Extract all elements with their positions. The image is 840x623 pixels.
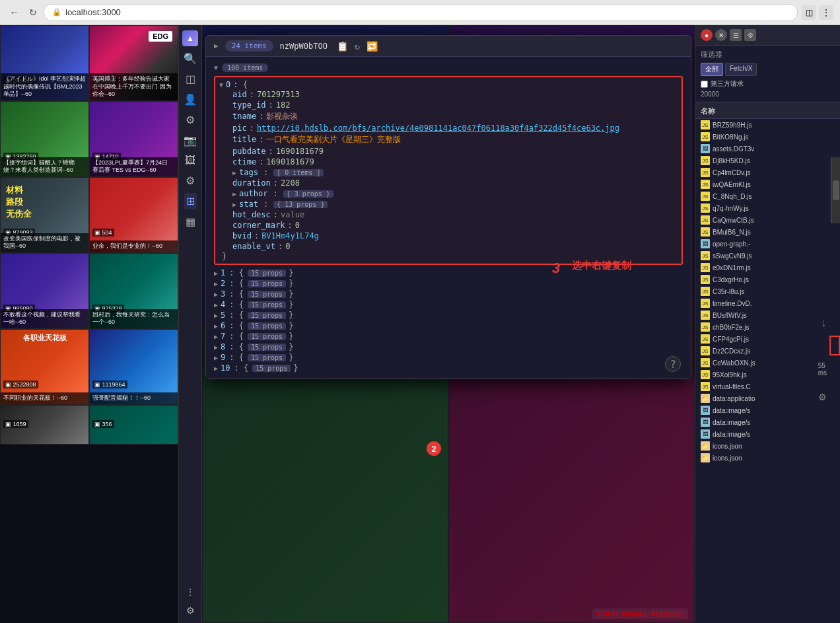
json-name: nzWpW0bTOO: [280, 42, 328, 51]
help-button[interactable]: ?: [665, 356, 681, 372]
list-item[interactable]: 🖼 assets.DGT3v: [695, 143, 840, 155]
elements-icon[interactable]: ◫: [184, 71, 197, 87]
list-item[interactable]: 🖼 open-graph.-: [695, 238, 840, 250]
list-item[interactable]: JS BitKO8Ng.js: [695, 131, 840, 143]
file-name: C_8Nqh_D.js: [713, 193, 752, 200]
user-icon[interactable]: 👤: [182, 91, 199, 108]
expand-tags[interactable]: ▶: [232, 169, 236, 176]
camera-icon[interactable]: 📷: [182, 132, 199, 149]
list-item[interactable]: 🖼 data:image/s: [695, 428, 840, 440]
json-toolbar: ▶ 24 items nzWpW0bTOO 📋 ↻ 🔁: [206, 36, 691, 57]
file-type-icon: JS: [701, 370, 710, 379]
list-item[interactable]: JS sSwgCvN9.js: [695, 250, 840, 262]
settings-r-btn[interactable]: ⚙: [744, 29, 756, 41]
extensions-btn[interactable]: ◫: [802, 5, 816, 20]
list-item[interactable]: ▣ 246459 《アイドル》Idol 李艺彤演绎超越时代的偶像传说【BML20…: [0, 25, 89, 101]
filter-all[interactable]: 全部: [701, 63, 723, 76]
file-name: BRZ59h9H.js: [713, 122, 752, 129]
list-item[interactable]: JS e0xDN1rm.js: [695, 262, 840, 274]
layers-icon[interactable]: ▦: [184, 213, 197, 230]
list-item[interactable]: ▣ 1659: [0, 405, 89, 445]
table-row[interactable]: ▶ 1 : { 15 props }: [214, 268, 683, 278]
list-item[interactable]: ▣ 1382750 【接字组词】猫醒人？蟑螂烧？来看人类创造新词--60: [0, 101, 89, 177]
list-item[interactable]: ▣ 14710 【2023LPL夏季赛】7月24日 赛后赛 TES vs EDG…: [89, 101, 178, 177]
file-type-icon: JS: [701, 299, 710, 308]
gear-bottom-icon[interactable]: ⚙: [818, 392, 827, 402]
collapse-arrow-0[interactable]: ▼: [219, 81, 223, 89]
third-party-checkbox[interactable]: [701, 81, 708, 88]
list-item[interactable]: 🖼 data:image/s: [695, 404, 840, 416]
list-item[interactable]: JS C35r-l8u.js: [695, 285, 840, 297]
list-item[interactable]: JS q7q-hnWy.js: [695, 202, 840, 214]
table-row[interactable]: ▶ 7 : { 15 props }: [214, 331, 683, 342]
list-item[interactable]: JS BUsflWtV.js: [695, 309, 840, 321]
list-item[interactable]: JS CeWabOXN.js: [695, 357, 840, 369]
list-item[interactable]: JS virtual-files.C: [695, 381, 840, 392]
image-icon[interactable]: 🖼: [183, 153, 197, 168]
expand-author[interactable]: ▶: [232, 190, 236, 198]
list-item[interactable]: ▣ 504 业余，我们是专业的！--60: [89, 177, 178, 253]
copy-icon[interactable]: 📋: [337, 41, 348, 52]
table-row[interactable]: ▶ 6 : { 15 props }: [214, 320, 683, 331]
list-item[interactable]: 📁 icons.json: [695, 452, 840, 464]
list-item[interactable]: JS BMulB6_N.js: [695, 226, 840, 238]
file-name: timeline.DvD.: [713, 300, 752, 307]
list-item[interactable]: JS 95Xol9hk.js: [695, 369, 840, 381]
address-bar[interactable]: 🔒 localhost:3000: [44, 4, 798, 21]
more-icon[interactable]: ⋮: [184, 585, 197, 599]
file-name: q7q-hnWy.js: [713, 205, 749, 212]
list-item[interactable]: 材料路段无伤全 ▣ 879093 改变美国医保制度的电影，被我国--60: [0, 177, 89, 253]
list-item[interactable]: ▣ 356: [89, 405, 178, 445]
file-name: BitKO8Ng.js: [713, 133, 748, 141]
file-type-icon: 📁: [701, 394, 710, 403]
back-button[interactable]: ←: [7, 7, 22, 18]
filter-fetch[interactable]: Fetch/X: [725, 63, 757, 76]
clear-btn[interactable]: ✕: [715, 29, 727, 41]
settings-icon[interactable]: ⚙: [184, 172, 197, 189]
list-item[interactable]: JS C_8Nqh_D.js: [695, 190, 840, 202]
table-row[interactable]: ▶ 4 : { 15 props }: [214, 299, 683, 310]
filter-btn[interactable]: ☰: [730, 29, 742, 41]
list-item[interactable]: JS iwQAEmKl.js: [695, 178, 840, 190]
table-row[interactable]: ▶ 8 : { 15 props }: [214, 342, 683, 352]
table-row[interactable]: ▶ 2 : { 15 props }: [214, 278, 683, 289]
inspect-icon[interactable]: 🔍: [182, 50, 199, 67]
list-item[interactable]: 🖼 data:image/s: [695, 416, 840, 428]
list-item[interactable]: JS timeline.DvD.: [695, 297, 840, 309]
menu-btn[interactable]: ⋮: [819, 5, 833, 20]
grid-icon[interactable]: ⊞: [184, 193, 197, 209]
file-name: BUsflWtV.js: [713, 312, 747, 319]
table-row[interactable]: ▶ 5 : { 15 props }: [214, 310, 683, 320]
table-row[interactable]: ▶ 3 : { 15 props }: [214, 289, 683, 299]
list-item[interactable]: EDG ▣ 3510 英国博主：多年经验告诫大家 在中国晚上千万不要出门 因为你…: [89, 25, 178, 101]
list-item[interactable]: JS Dz2CDcxz.js: [695, 345, 840, 357]
refresh-icon[interactable]: ↻: [355, 41, 360, 52]
collapse-arrow-100[interactable]: ▼: [214, 64, 218, 71]
list-item[interactable]: 各职业天花板 ▣ 2532808 不同职业的天花板！--60: [0, 329, 89, 405]
settings2-icon[interactable]: ⚙: [184, 603, 197, 618]
url-text: localhost:3000: [65, 7, 121, 17]
table-row[interactable]: ▶ 9 : { 15 props }: [214, 352, 683, 363]
network-icon[interactable]: ⚙: [184, 112, 197, 128]
list-item[interactable]: ▣ 975328 回村后，我每天研究：怎么当一个--60: [89, 253, 178, 329]
list-item[interactable]: 📁 icons.json: [695, 440, 840, 452]
file-type-icon: JS: [701, 311, 710, 320]
list-item[interactable]: JS BRZ59h9H.js: [695, 119, 840, 131]
list-item[interactable]: JS Dj8kH5KD.js: [695, 155, 840, 166]
record-btn[interactable]: ●: [701, 29, 713, 41]
file-type-icon: JS: [701, 322, 710, 332]
list-item[interactable]: ▣ 995080 不敢看这个视频，建议帮我看一哈--60: [0, 253, 89, 329]
file-type-icon: 🖼: [701, 406, 710, 415]
share-icon[interactable]: 🔁: [367, 41, 378, 52]
list-item[interactable]: JS Cp4lmCDv.js: [695, 166, 840, 178]
list-item[interactable]: JS CaQmwCtB.js: [695, 214, 840, 226]
expand-stat[interactable]: ▶: [232, 201, 236, 208]
list-item[interactable]: JS C3dxgrHo.js: [695, 274, 840, 285]
table-row[interactable]: ▶ 10 : { 15 props }: [214, 363, 683, 373]
expand-arrow[interactable]: ▶: [214, 42, 219, 50]
list-item[interactable]: JS chB0bF2e.js: [695, 321, 840, 333]
refresh-button[interactable]: ↻: [26, 7, 40, 18]
file-name: data:applicatio: [713, 395, 755, 402]
list-item[interactable]: JS CFP4gcPi.js: [695, 333, 840, 345]
list-item[interactable]: ▣ 1119864 强哥配音揭秘！！--60: [89, 329, 178, 405]
